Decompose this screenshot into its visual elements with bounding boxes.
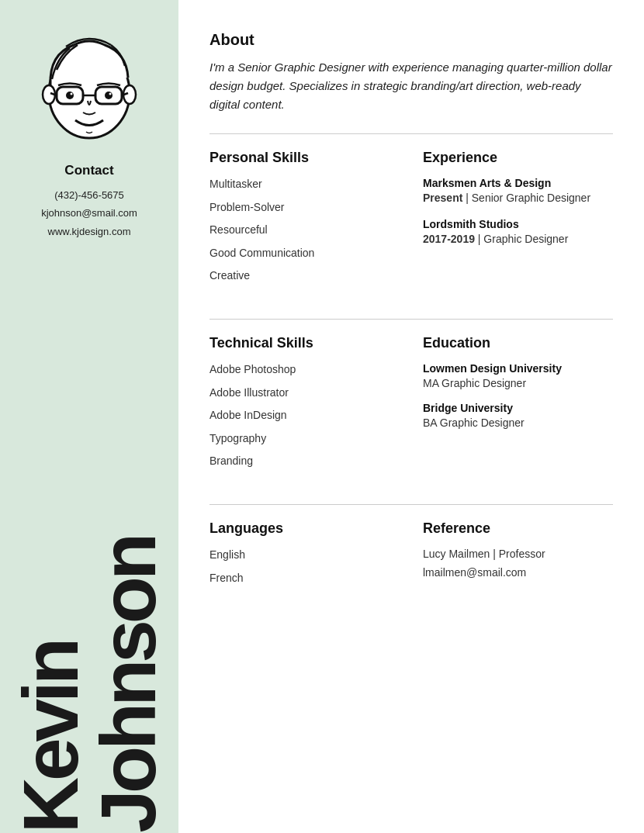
ref-email: lmailmen@smail.com [423,566,613,579]
phone: (432)-456-5675 [41,186,137,204]
education-col: Education Lowmen Design University MA Gr… [423,335,613,489]
avatar-area [27,23,151,147]
experience-title: Experience [423,150,613,166]
last-name: Johnson [89,537,167,833]
about-title: About [209,31,613,49]
divider-1 [209,133,613,134]
exp-detail-2: 2017-2019 | Graphic Designer [423,233,613,245]
skill-2: Problem-Solver [209,200,400,216]
reference-col: Reference Lucy Mailmen | Professor lmail… [423,520,613,605]
edu-entry-1: Lowmen Design University MA Graphic Desi… [423,362,613,389]
languages-col: Languages English French [209,520,400,605]
about-text: I'm a Senior Graphic Designer with exper… [209,58,613,114]
about-section: About I'm a Senior Graphic Designer with… [209,31,613,114]
education-title: Education [423,335,613,351]
edu-entry-2: Bridge University BA Graphic Designer [423,402,613,429]
lang-2: French [209,571,400,586]
svg-point-10 [71,93,73,95]
svg-point-11 [109,93,112,95]
exp-entry-1: Marksmen Arts & Design Present | Senior … [423,177,613,204]
sidebar: Contact (432)-456-5675 kjohnson@smail.co… [0,0,178,833]
tech-skill-1: Adobe Photoshop [209,362,400,378]
edu-school-2: Bridge University [423,402,613,414]
skills-experience-row: Personal Skills Multitasker Problem-Solv… [209,150,613,303]
svg-point-8 [66,92,74,99]
skill-4: Good Communication [209,246,400,261]
languages-section: Languages English French [209,520,400,586]
tech-skill-3: Adobe InDesign [209,408,400,423]
personal-skills-col: Personal Skills Multitasker Problem-Solv… [209,150,400,303]
contact-section: Contact (432)-456-5675 kjohnson@smail.co… [33,163,145,240]
website: www.kjdesign.com [41,223,137,240]
exp-detail-1: Present | Senior Graphic Designer [423,192,613,204]
tech-skill-4: Typography [209,431,400,447]
skill-3: Resourceful [209,223,400,238]
technical-skills-title: Technical Skills [209,335,400,351]
divider-3 [209,504,613,505]
experience-section: Experience Marksmen Arts & Design Presen… [423,150,613,245]
personal-skills-title: Personal Skills [209,150,400,166]
tech-skill-5: Branding [209,454,400,469]
exp-company-1: Marksmen Arts & Design [423,177,613,189]
languages-title: Languages [209,520,400,537]
exp-entry-2: Lordsmith Studios 2017-2019 | Graphic De… [423,218,613,245]
technical-skills-section: Technical Skills Adobe Photoshop Adobe I… [209,335,400,469]
personal-skills-section: Personal Skills Multitasker Problem-Solv… [209,150,400,284]
lang-1: English [209,548,400,563]
edu-degree-1: MA Graphic Designer [423,377,613,389]
experience-col: Experience Marksmen Arts & Design Presen… [423,150,613,303]
contact-info: (432)-456-5675 kjohnson@smail.com www.kj… [41,186,137,240]
tech-skill-2: Adobe Illustrator [209,385,400,401]
exp-company-2: Lordsmith Studios [423,218,613,230]
tech-education-row: Technical Skills Adobe Photoshop Adobe I… [209,335,613,489]
email: kjohnson@smail.com [41,204,137,222]
first-name: Kevin [12,641,89,833]
contact-title: Contact [41,163,137,178]
name-block: Kevin Johnson [0,507,178,833]
edu-school-1: Lowmen Design University [423,362,613,375]
skill-1: Multitasker [209,177,400,192]
ref-name: Lucy Mailmen | Professor [423,548,613,560]
avatar [27,23,151,147]
reference-title: Reference [423,520,613,537]
svg-point-9 [105,92,113,99]
main-content: About I'm a Senior Graphic Designer with… [178,0,644,833]
edu-degree-2: BA Graphic Designer [423,416,613,429]
languages-reference-row: Languages English French Reference Lucy … [209,520,613,605]
skill-5: Creative [209,268,400,284]
tech-skills-col: Technical Skills Adobe Photoshop Adobe I… [209,335,400,489]
reference-section: Reference Lucy Mailmen | Professor lmail… [423,520,613,579]
education-section: Education Lowmen Design University MA Gr… [423,335,613,429]
divider-2 [209,319,613,320]
